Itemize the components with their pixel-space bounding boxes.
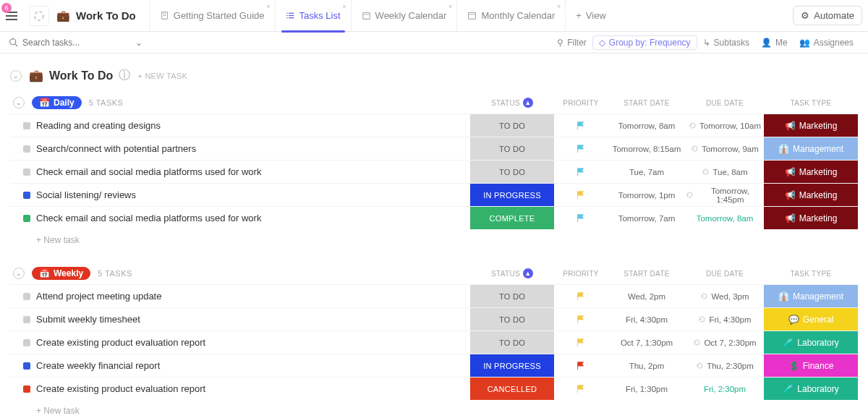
task-type[interactable]: 💬General [764,308,858,330]
group-collapse-button[interactable]: ⌄ [13,97,25,108]
task-due-date[interactable]: Tomorrow, 10am [686,114,764,137]
task-row[interactable]: Submit weekly timesheet TO DO Fri, 4:30p… [10,307,858,330]
task-type[interactable]: 💲Finance [764,354,858,377]
group-pill[interactable]: 📅 Daily [32,96,82,109]
col-header-type[interactable]: TASK TYPE [764,99,858,107]
assignees-button[interactable]: 👥 Assignees [793,36,859,49]
task-start-date[interactable]: Wed, 2pm [608,285,686,307]
task-type[interactable]: 📢Marketing [764,207,858,229]
task-name[interactable]: Check email and social media platforms u… [36,213,470,223]
task-type[interactable]: 📢Marketing [764,161,858,183]
task-status[interactable]: TO DO [470,161,554,183]
task-type[interactable]: 👔Management [764,137,858,160]
task-priority[interactable] [554,114,608,137]
new-task-button[interactable]: + NEW TASK [137,72,187,80]
task-due-date[interactable]: Tomorrow, 1:45pm [686,184,764,206]
col-header-type[interactable]: TASK TYPE [764,270,858,278]
view-tab-getting-started-guide[interactable]: × Getting Started Guide [149,0,275,31]
task-priority[interactable] [554,137,608,160]
task-name[interactable]: Create existing product evaluation repor… [36,337,470,348]
task-start-date[interactable]: Fri, 4:30pm [608,308,686,330]
new-task-row[interactable]: + New task [10,400,858,416]
task-name[interactable]: Social listening/ reviews [36,189,470,200]
col-header-priority[interactable]: PRIORITY [554,270,608,278]
task-row[interactable]: Check email and social media platforms u… [10,206,858,229]
task-type[interactable]: 🧪Laboratory [764,378,858,400]
task-type[interactable]: 👔Management [764,285,858,307]
task-priority[interactable] [554,207,608,229]
task-start-date[interactable]: Tue, 7am [608,161,686,183]
task-priority[interactable] [554,331,608,354]
task-name[interactable]: Create existing product evaluation repor… [36,383,470,394]
col-header-due[interactable]: DUE DATE [686,270,764,278]
task-status[interactable]: IN PROGRESS [470,184,554,206]
new-task-row[interactable]: + New task [10,229,858,245]
task-row[interactable]: Reading and creating designs TO DO Tomor… [10,114,858,137]
task-row[interactable]: Create existing product evaluation repor… [10,377,858,400]
task-priority[interactable] [554,354,608,377]
task-status[interactable]: TO DO [470,331,554,354]
task-start-date[interactable]: Tomorrow, 8am [608,114,686,137]
task-row[interactable]: Social listening/ reviews IN PROGRESS To… [10,183,858,206]
task-name[interactable]: Search/connect with potential partners [36,143,470,154]
task-name[interactable]: Reading and creating designs [36,120,470,131]
me-button[interactable]: 👤 Me [755,36,793,49]
task-due-date[interactable]: Oct 7, 2:30pm [686,331,764,354]
task-status[interactable]: TO DO [470,137,554,160]
task-type[interactable]: 🧪Laboratory [764,331,858,354]
task-start-date[interactable]: Oct 7, 1:30pm [608,331,686,354]
group-pill[interactable]: 📅 Weekly [32,267,90,280]
task-start-date[interactable]: Tomorrow, 1pm [608,184,686,206]
task-status[interactable]: COMPLETE [470,207,554,229]
task-due-date[interactable]: Wed, 3pm [686,285,764,307]
task-row[interactable]: Create weekly financial report IN PROGRE… [10,354,858,377]
col-header-due[interactable]: DUE DATE [686,99,764,107]
task-due-date[interactable]: Tomorrow, 9am [686,137,764,160]
col-header-status[interactable]: STATUS▲ [470,268,554,278]
task-priority[interactable] [554,184,608,206]
filter-button[interactable]: ⚲ Filter [551,36,592,49]
task-row[interactable]: Search/connect with potential partners T… [10,137,858,160]
task-priority[interactable] [554,285,608,307]
info-icon[interactable]: ⓘ [119,68,130,83]
view-tab-monthly-calendar[interactable]: × Monthly Calendar [456,0,565,31]
task-name[interactable]: Check email and social media platforms u… [36,166,470,177]
collapse-all-button[interactable]: ⌄ [10,70,22,82]
task-status[interactable]: TO DO [470,285,554,307]
task-start-date[interactable]: Thu, 2pm [608,354,686,377]
subtasks-button[interactable]: ↳ Subtasks [697,36,755,49]
task-type[interactable]: 📢Marketing [764,114,858,137]
task-due-date[interactable]: Tue, 8am [686,161,764,183]
task-priority[interactable] [554,308,608,330]
task-start-date[interactable]: Fri, 1:30pm [608,378,686,400]
task-type[interactable]: 📢Marketing [764,184,858,206]
task-name[interactable]: Submit weekly timesheet [36,314,470,325]
task-priority[interactable] [554,378,608,400]
col-header-priority[interactable]: PRIORITY [554,99,608,107]
col-header-start[interactable]: START DATE [608,270,686,278]
col-header-start[interactable]: START DATE [608,99,686,107]
task-due-date[interactable]: Fri, 2:30pm [686,378,764,400]
task-status[interactable]: TO DO [470,308,554,330]
workspace-title[interactable]: 💼 Work To Do [56,9,136,22]
task-name[interactable]: Attend project meeting update [36,291,470,302]
group-collapse-button[interactable]: ⌄ [13,268,25,279]
task-due-date[interactable]: Thu, 2:30pm [686,354,764,377]
task-row[interactable]: Check email and social media platforms u… [10,160,858,183]
view-tab-weekly-calendar[interactable]: × Weekly Calendar [351,0,457,31]
col-header-status[interactable]: STATUS▲ [470,98,554,108]
view-tab-tasks-list[interactable]: × Tasks List [275,0,351,31]
search-input[interactable] [22,38,131,48]
task-priority[interactable] [554,161,608,183]
hamburger-menu-button[interactable]: 6 [6,7,23,25]
task-status[interactable]: CANCELLED [470,378,554,400]
task-status[interactable]: TO DO [470,114,554,137]
task-due-date[interactable]: Tomorrow, 8am [686,207,764,229]
groupby-button[interactable]: ◇ Group by: Frequency [592,35,697,50]
chevron-down-icon[interactable]: ⌄ [135,38,142,48]
automate-button[interactable]: ⚙ Automate [793,6,862,25]
add-view-button[interactable]: + View [565,0,616,31]
task-status[interactable]: IN PROGRESS [470,354,554,377]
task-row[interactable]: Create existing product evaluation repor… [10,330,858,354]
task-name[interactable]: Create weekly financial report [36,360,470,371]
